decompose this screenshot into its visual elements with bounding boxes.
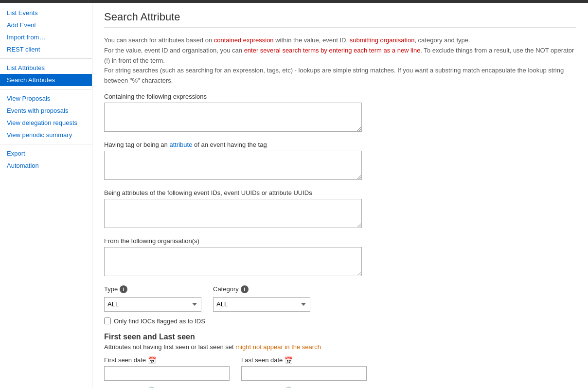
type-label-row: Type i bbox=[104, 285, 201, 293]
sidebar-item-view-proposals[interactable]: View Proposals bbox=[0, 92, 92, 105]
sidebar-item-rest-client[interactable]: REST client bbox=[0, 43, 92, 55]
event-ids-section: Being attributes of the following event … bbox=[104, 189, 576, 229]
info-line-3: For string searches (such as searching f… bbox=[104, 66, 576, 86]
page-title: Search Attribute bbox=[104, 11, 576, 28]
containing-textarea[interactable] bbox=[104, 103, 362, 132]
first-last-subtext: Attributes not having first seen or last… bbox=[104, 343, 576, 351]
first-seen-date-group: First seen date 📅 bbox=[104, 356, 230, 381]
first-seen-calendar-icon[interactable]: 📅 bbox=[148, 356, 156, 364]
category-group: Category i ALL bbox=[213, 285, 310, 312]
info-line-1: You can search for attributes based on c… bbox=[104, 35, 576, 46]
sidebar-item-search-attributes[interactable]: Search Attributes bbox=[0, 74, 92, 86]
sidebar-item-export[interactable]: Export bbox=[0, 147, 92, 159]
first-last-section: First seen and Last seen Attributes not … bbox=[104, 333, 576, 388]
tag-label: Having tag or being an attribute of an e… bbox=[104, 141, 576, 148]
category-select[interactable]: ALL bbox=[213, 297, 310, 312]
last-seen-date-label-row: Last seen date 📅 bbox=[241, 356, 367, 364]
sidebar-item-list-events[interactable]: List Events bbox=[0, 7, 92, 19]
last-seen-date-input[interactable] bbox=[241, 366, 367, 381]
first-seen-date-input[interactable] bbox=[104, 366, 230, 381]
info-line-2: For the value, event ID and organisation… bbox=[104, 46, 576, 66]
sidebar-item-events-with-proposals[interactable]: Events with proposals bbox=[0, 105, 92, 117]
last-seen-date-group: Last seen date 📅 bbox=[241, 356, 367, 381]
type-group: Type i ALL bbox=[104, 285, 201, 312]
type-select[interactable]: ALL bbox=[104, 297, 201, 312]
ids-checkbox-row: Only find IOCs flagged as to IDS bbox=[104, 317, 576, 325]
first-seen-date-label: First seen date bbox=[104, 356, 146, 364]
date-time-grid: First seen date 📅 Last seen date 📅 bbox=[104, 356, 367, 388]
ids-checkbox[interactable] bbox=[104, 317, 111, 324]
category-label-row: Category i bbox=[213, 285, 310, 293]
sidebar-divider-2 bbox=[0, 89, 92, 89]
sidebar: List Events Add Event Import from… REST … bbox=[0, 3, 92, 388]
category-label: Category bbox=[213, 285, 239, 293]
info-block: You can search for attributes based on c… bbox=[104, 35, 576, 86]
main-content: Search Attribute You can search for attr… bbox=[92, 3, 588, 388]
tag-textarea[interactable] bbox=[104, 151, 362, 180]
sidebar-item-view-delegation-requests[interactable]: View delegation requests bbox=[0, 117, 92, 129]
containing-section: Containing the following expressions bbox=[104, 93, 576, 133]
type-category-row: Type i ALL Category i ALL bbox=[104, 285, 576, 312]
type-info-icon[interactable]: i bbox=[120, 285, 127, 293]
first-seen-date-label-row: First seen date 📅 bbox=[104, 356, 230, 364]
event-ids-label: Being attributes of the following event … bbox=[104, 189, 576, 196]
category-info-icon[interactable]: i bbox=[241, 285, 249, 293]
last-seen-calendar-icon[interactable]: 📅 bbox=[285, 356, 293, 364]
sidebar-divider-3 bbox=[0, 144, 92, 144]
containing-label: Containing the following expressions bbox=[104, 93, 576, 100]
sidebar-item-automation[interactable]: Automation bbox=[0, 159, 92, 172]
last-seen-date-label: Last seen date bbox=[241, 356, 283, 364]
sidebar-divider-1 bbox=[0, 58, 92, 59]
event-ids-textarea[interactable] bbox=[104, 199, 362, 228]
sidebar-item-add-event[interactable]: Add Event bbox=[0, 19, 92, 31]
tag-section: Having tag or being an attribute of an e… bbox=[104, 141, 576, 181]
ids-checkbox-label: Only find IOCs flagged as to IDS bbox=[114, 317, 205, 325]
first-last-heading: First seen and Last seen bbox=[104, 333, 576, 341]
organisation-section: From the following organisation(s) bbox=[104, 237, 576, 278]
sidebar-item-view-periodic-summary[interactable]: View periodic summary bbox=[0, 129, 92, 141]
sidebar-item-import-from[interactable]: Import from… bbox=[0, 31, 92, 43]
sidebar-item-list-attributes[interactable]: List Attributes bbox=[0, 62, 92, 74]
organisation-label: From the following organisation(s) bbox=[104, 237, 576, 245]
type-label: Type bbox=[104, 285, 118, 293]
organisation-textarea[interactable] bbox=[104, 247, 362, 276]
